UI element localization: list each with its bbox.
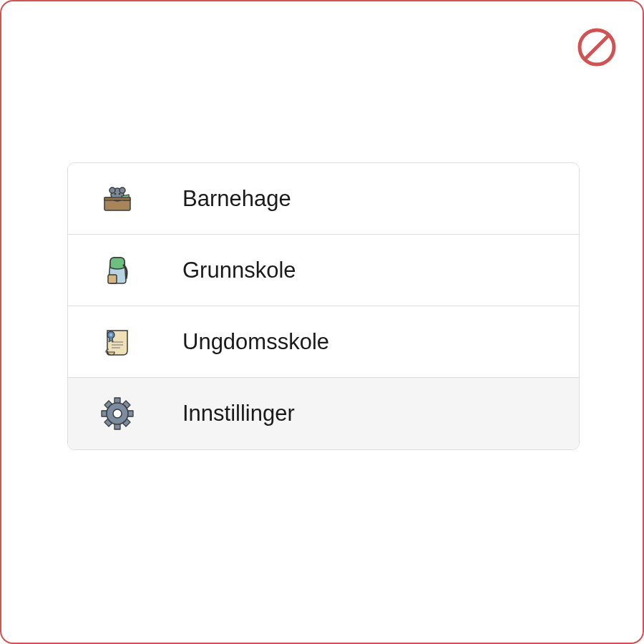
menu-item-grunnskole[interactable]: Grunnskole [68, 235, 579, 306]
certificate-icon [97, 321, 138, 363]
svg-point-4 [109, 187, 115, 193]
prohibit-icon [577, 27, 617, 67]
menu-list: Barnehage Grunnskole [67, 162, 580, 450]
svg-rect-9 [108, 275, 117, 283]
svg-point-5 [119, 187, 125, 193]
gear-icon [97, 393, 138, 434]
backpack-icon [97, 250, 138, 291]
menu-item-label: Ungdomsskole [182, 329, 329, 355]
menu-item-label: Barnehage [182, 186, 291, 212]
svg-point-16 [113, 409, 122, 418]
menu-item-ungdomsskole[interactable]: Ungdomsskole [68, 306, 579, 378]
example-frame: Barnehage Grunnskole [0, 0, 644, 644]
menu-item-barnehage[interactable]: Barnehage [68, 163, 579, 235]
svg-point-6 [114, 192, 117, 195]
menu-item-label: Innstillinger [182, 401, 295, 426]
svg-rect-8 [104, 197, 130, 200]
svg-point-7 [119, 192, 121, 195]
toybox-icon [97, 178, 138, 220]
menu-item-innstillinger[interactable]: Innstillinger [68, 378, 579, 449]
svg-point-14 [109, 333, 112, 336]
svg-line-1 [585, 35, 609, 59]
menu-item-label: Grunnskole [182, 258, 296, 283]
